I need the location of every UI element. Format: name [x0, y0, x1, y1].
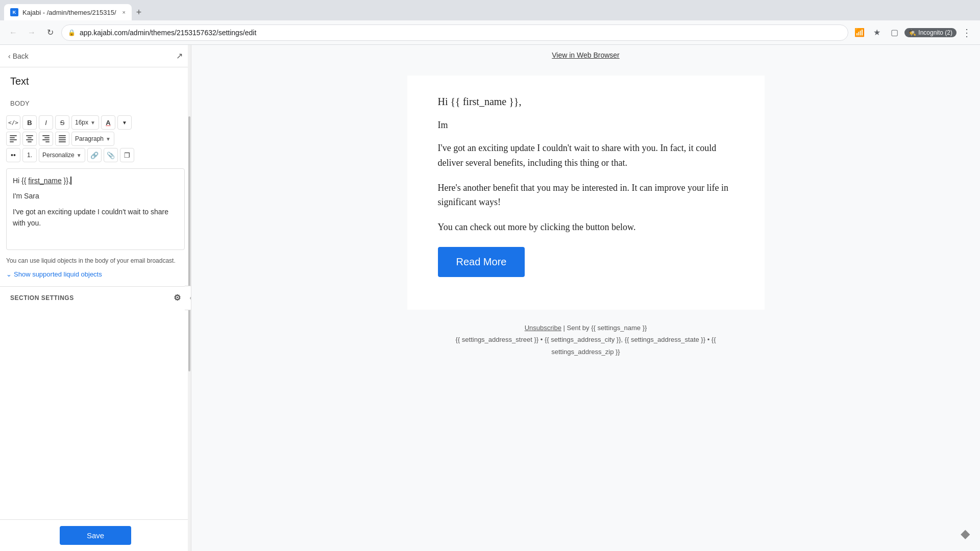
link-button[interactable]: 🔗 — [87, 148, 102, 162]
back-label: Back — [13, 52, 29, 60]
panel-scrollable-content: Text Body </> B I S 16px ▼ — [0, 67, 191, 519]
bullet-list-button[interactable]: •• — [6, 148, 20, 162]
app-container: ‹ Back ↗ Text Body </> B I — [0, 45, 980, 551]
liquid-var-first-name: first_name — [28, 177, 61, 185]
fullscreen-button[interactable]: ❐ — [120, 148, 134, 162]
align-justify-icon — [59, 135, 66, 142]
bold-button[interactable]: B — [22, 115, 37, 130]
tab-bar: K Kajabi - /admin/themes/215315/ × + — [0, 0, 980, 20]
footer-line-1: Unsubscribe | Sent by {{ settings_name }… — [438, 322, 734, 334]
incognito-label: Incognito (2) — [918, 29, 952, 36]
editor-area[interactable]: Hi {{ first_name }}, I'm Sara I've got a… — [6, 168, 185, 250]
section-title: Text — [0, 67, 191, 91]
paragraph-label: Paragraph — [75, 135, 104, 142]
align-right-icon — [42, 135, 50, 142]
editor-toolbar: </> B I S 16px ▼ A ▼ — [0, 111, 191, 164]
save-button[interactable]: Save — [60, 526, 131, 545]
unsubscribe-link[interactable]: Unsubscribe — [525, 324, 561, 332]
collapse-panel-button[interactable]: ‹ — [185, 286, 191, 310]
show-liquid-button[interactable]: ⌄ Show supported liquid objects — [0, 267, 191, 286]
toolbar-row-3: •• 1. Personalize ▼ 🔗 📎 ❐ — [6, 148, 185, 162]
gear-icon[interactable]: ⚙ — [174, 293, 181, 303]
personalize-label: Personalize — [42, 152, 75, 159]
email-body: Hi {{ first_name }}, Im I've got an exci… — [407, 76, 765, 310]
incognito-icon: 🕵 — [909, 29, 916, 36]
new-tab-button[interactable]: + — [132, 5, 146, 19]
editor-cursor — [70, 177, 71, 185]
forward-nav-button[interactable]: → — [24, 26, 39, 40]
tab-title: Kajabi - /admin/themes/215315/ — [22, 9, 116, 16]
view-in-browser-link[interactable]: View in Web Browser — [552, 51, 620, 59]
font-color-button[interactable]: A — [101, 115, 115, 130]
liquid-hint: You can use liquid objects in the body o… — [0, 254, 191, 267]
back-arrow-icon: ‹ — [8, 52, 11, 60]
diamond-icon[interactable]: ◆ — [961, 527, 970, 541]
align-right-button[interactable] — [39, 132, 53, 146]
toolbar-right: 📶 ★ ▢ 🕵 Incognito (2) ⋮ — [852, 26, 974, 40]
font-size-select[interactable]: 16px ▼ — [71, 115, 99, 130]
browser-toolbar: ← → ↻ 🔒 app.kajabi.com/admin/themes/2153… — [0, 20, 980, 45]
italic-button[interactable]: I — [39, 115, 53, 130]
editor-line-1: Hi {{ first_name }}, — [13, 175, 178, 186]
browser-menu-button[interactable]: ⋮ — [960, 27, 974, 39]
font-color-arrow-button[interactable]: ▼ — [117, 115, 132, 130]
align-left-icon — [10, 135, 17, 142]
right-panel: View in Web Browser Hi {{ first_name }},… — [191, 45, 980, 551]
body-label: Body — [0, 91, 191, 111]
window-icon[interactable]: ▢ — [887, 26, 901, 40]
footer-sent-by: | Sent by {{ settings_name }} — [564, 324, 647, 332]
email-intro: Im — [438, 120, 734, 131]
align-left-button[interactable] — [6, 132, 20, 146]
align-justify-button[interactable] — [55, 132, 69, 146]
font-size-arrow-icon: ▼ — [90, 120, 95, 126]
font-size-value: 16px — [75, 119, 88, 126]
toolbar-row-2: Paragraph ▼ — [6, 132, 185, 146]
preview-header: View in Web Browser — [191, 45, 980, 65]
show-liquid-label: Show supported liquid objects — [14, 270, 102, 278]
active-tab[interactable]: K Kajabi - /admin/themes/215315/ × — [4, 4, 132, 20]
paragraph-arrow-icon: ▼ — [106, 136, 111, 142]
email-para-2: Here's another benefit that you may be i… — [438, 181, 734, 210]
align-center-button[interactable] — [22, 132, 37, 146]
align-center-icon — [26, 135, 33, 142]
editor-line-3: I've got an exciting update I couldn't w… — [13, 206, 178, 229]
reload-button[interactable]: ↻ — [43, 26, 57, 40]
section-settings-label: SECTION SETTINGS — [10, 294, 74, 302]
footer-line-2: {{ settings_address_street }} • {{ setti… — [438, 334, 734, 358]
personalize-select[interactable]: Personalize ▼ — [39, 148, 85, 162]
paragraph-select[interactable]: Paragraph ▼ — [71, 132, 114, 146]
expand-icon[interactable]: ↗ — [176, 51, 183, 61]
incognito-badge: 🕵 Incognito (2) — [904, 28, 957, 37]
tab-close-button[interactable]: × — [122, 9, 126, 15]
url-text: app.kajabi.com/admin/themes/2153157632/s… — [80, 29, 842, 37]
panel-header: ‹ Back ↗ — [0, 45, 191, 67]
tab-favicon: K — [10, 8, 18, 16]
personalize-arrow-icon: ▼ — [77, 153, 82, 158]
email-para-3: You can check out more by clicking the b… — [438, 220, 734, 235]
panel-footer: Save — [0, 519, 191, 551]
editor-line-2: I'm Sara — [13, 190, 178, 202]
attach-button[interactable]: 📎 — [104, 148, 118, 162]
cast-icon[interactable]: 📶 — [852, 26, 867, 40]
bookmark-star-icon[interactable]: ★ — [870, 26, 884, 40]
back-link[interactable]: ‹ Back — [8, 52, 29, 60]
lock-icon: 🔒 — [68, 29, 76, 36]
chevron-down-icon: ⌄ — [6, 270, 12, 278]
read-more-button[interactable]: Read More — [438, 247, 525, 277]
email-footer: Unsubscribe | Sent by {{ settings_name }… — [407, 310, 765, 370]
code-button[interactable]: </> — [6, 115, 20, 130]
strikethrough-button[interactable]: S — [55, 115, 69, 130]
email-cta-container: Read More — [438, 247, 734, 277]
back-nav-button[interactable]: ← — [6, 26, 20, 40]
email-para-1: I've got an exciting update I couldn't w… — [438, 141, 734, 170]
scroll-thumb — [188, 116, 190, 371]
numbered-list-button[interactable]: 1. — [22, 148, 37, 162]
email-preview: Hi {{ first_name }}, Im I've got an exci… — [191, 65, 980, 551]
address-bar[interactable]: 🔒 app.kajabi.com/admin/themes/2153157632… — [61, 24, 848, 41]
toolbar-row-1: </> B I S 16px ▼ A ▼ — [6, 115, 185, 130]
left-panel: ‹ Back ↗ Text Body </> B I — [0, 45, 191, 551]
email-greeting: Hi {{ first_name }}, — [438, 96, 734, 108]
section-settings-bar: SECTION SETTINGS ⚙ — [0, 286, 191, 309]
